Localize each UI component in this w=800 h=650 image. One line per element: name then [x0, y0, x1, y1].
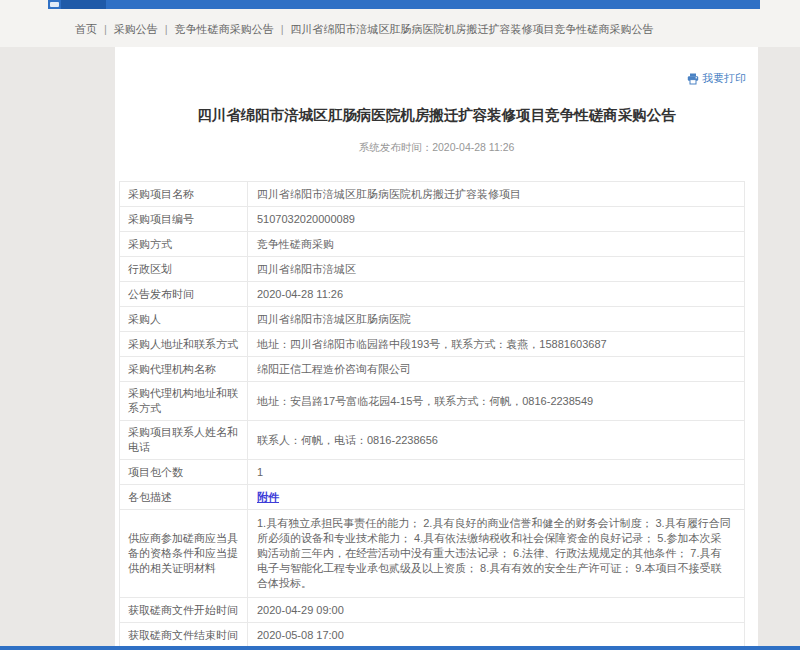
row-value: 地址：四川省绵阳市临园路中段193号，联系方式：袁燕，15881603687 [248, 332, 745, 357]
row-value: 附件 [248, 485, 745, 510]
row-label: 获取磋商文件结束时间 [120, 623, 248, 648]
print-button-label: 我要打印 [702, 71, 746, 86]
page-title: 四川省绵阳市涪城区肛肠病医院机房搬迁扩容装修项目竞争性磋商采购公告 [145, 105, 728, 125]
breadcrumb-separator: | [104, 23, 107, 35]
printer-icon [687, 73, 699, 85]
breadcrumb-item[interactable]: 首页 [75, 23, 97, 35]
table-row: 供应商参加磋商应当具备的资格条件和应当提供的相关证明材料1.具有独立承担民事责任… [120, 510, 745, 598]
row-label: 获取磋商文件开始时间 [120, 598, 248, 623]
row-label: 采购项目名称 [120, 182, 248, 207]
row-label: 供应商参加磋商应当具备的资格条件和应当提供的相关证明材料 [120, 510, 248, 598]
row-value: 2020-05-08 17:00 [248, 623, 745, 648]
table-row: 项目包个数1 [120, 460, 745, 485]
table-row: 采购代理机构名称绵阳正信工程造价咨询有限公司 [120, 357, 745, 382]
table-row: 采购代理机构地址和联系方式地址：安昌路17号富临花园4-15号，联系方式：何帆，… [120, 382, 745, 421]
table-row: 采购项目联系人姓名和电话联系人：何帆，电话：0816-2238656 [120, 421, 745, 460]
nav-active-item[interactable] [61, 0, 106, 9]
breadcrumb-item[interactable]: 采购公告 [114, 23, 158, 35]
row-value: 1.具有独立承担民事责任的能力； 2.具有良好的商业信誉和健全的财务会计制度； … [248, 510, 745, 598]
table-row: 采购项目编号5107032020000089 [120, 207, 745, 232]
row-value: 绵阳正信工程造价咨询有限公司 [248, 357, 745, 382]
row-label: 采购项目联系人姓名和电话 [120, 421, 248, 460]
row-label: 行政区划 [120, 257, 248, 282]
publish-time: 系统发布时间：2020-04-28 11:26 [115, 141, 758, 155]
row-label: 采购代理机构名称 [120, 357, 248, 382]
bottom-bar [0, 646, 800, 650]
table-row: 采购人地址和联系方式地址：四川省绵阳市临园路中段193号，联系方式：袁燕，158… [120, 332, 745, 357]
row-label: 采购人地址和联系方式 [120, 332, 248, 357]
row-label: 公告发布时间 [120, 282, 248, 307]
row-value: 四川省绵阳市涪城区肛肠病医院 [248, 307, 745, 332]
row-value: 2020-04-28 11:26 [248, 282, 745, 307]
table-row: 采购人四川省绵阳市涪城区肛肠病医院 [120, 307, 745, 332]
row-value: 2020-04-29 09:00 [248, 598, 745, 623]
row-value: 竞争性磋商采购 [248, 232, 745, 257]
attachment-link[interactable]: 附件 [257, 491, 279, 503]
row-value: 四川省绵阳市涪城区 [248, 257, 745, 282]
row-label: 项目包个数 [120, 460, 248, 485]
breadcrumb-item[interactable]: 竞争性磋商采购公告 [175, 23, 274, 35]
row-value: 地址：安昌路17号富临花园4-15号，联系方式：何帆，0816-2238549 [248, 382, 745, 421]
header-area: 首页|采购公告|竞争性磋商采购公告|四川省绵阳市涪城区肛肠病医院机房搬迁扩容装修… [0, 0, 800, 47]
print-button[interactable]: 我要打印 [687, 71, 746, 86]
row-label: 采购方式 [120, 232, 248, 257]
table-row: 获取磋商文件结束时间2020-05-08 17:00 [120, 623, 745, 648]
table-row: 采购方式竞争性磋商采购 [120, 232, 745, 257]
content-panel: 我要打印 四川省绵阳市涪城区肛肠病医院机房搬迁扩容装修项目竞争性磋商采购公告 系… [115, 47, 758, 650]
nav-logo-fragment [50, 2, 59, 7]
row-label: 采购代理机构地址和联系方式 [120, 382, 248, 421]
table-row: 各包描述附件 [120, 485, 745, 510]
row-label: 采购人 [120, 307, 248, 332]
table-row: 采购项目名称四川省绵阳市涪城区肛肠病医院机房搬迁扩容装修项目 [120, 182, 745, 207]
top-nav-bar [48, 0, 760, 9]
breadcrumb-separator: | [165, 23, 168, 35]
row-label: 采购项目编号 [120, 207, 248, 232]
row-value: 四川省绵阳市涪城区肛肠病医院机房搬迁扩容装修项目 [248, 182, 745, 207]
row-value: 联系人：何帆，电话：0816-2238656 [248, 421, 745, 460]
table-row: 获取磋商文件开始时间2020-04-29 09:00 [120, 598, 745, 623]
breadcrumb-separator: | [281, 23, 284, 35]
row-value: 1 [248, 460, 745, 485]
breadcrumb: 首页|采购公告|竞争性磋商采购公告|四川省绵阳市涪城区肛肠病医院机房搬迁扩容装修… [75, 22, 654, 37]
breadcrumb-item: 四川省绵阳市涪城区肛肠病医院机房搬迁扩容装修项目竞争性磋商采购公告 [291, 23, 654, 35]
row-value: 5107032020000089 [248, 207, 745, 232]
row-label: 各包描述 [120, 485, 248, 510]
announcement-table: 采购项目名称四川省绵阳市涪城区肛肠病医院机房搬迁扩容装修项目采购项目编号5107… [119, 181, 745, 650]
table-row: 行政区划四川省绵阳市涪城区 [120, 257, 745, 282]
table-row: 公告发布时间2020-04-28 11:26 [120, 282, 745, 307]
